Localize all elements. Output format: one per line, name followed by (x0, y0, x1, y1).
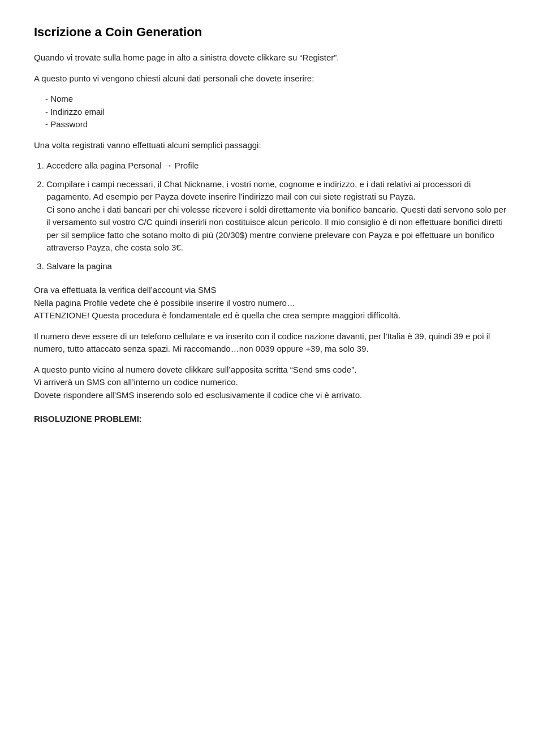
step-3: Salvare la pagina (46, 260, 509, 273)
step-3-text: Salvare la pagina (46, 261, 112, 271)
steps-intro: Una volta registrati vanno effettuati al… (34, 139, 509, 152)
sms-section: Ora va effettuata la verifica dell’accou… (34, 284, 509, 322)
sms-code-line1: A questo punto vicino al numero dovete c… (34, 364, 509, 377)
intro-paragraph: Quando vi trovate sulla home page in alt… (34, 51, 509, 64)
sms-line2: Nella pagina Profile vedete che è possib… (34, 297, 509, 310)
sms-code-line2: Vi arriverà un SMS con all’interno un co… (34, 376, 509, 389)
sms-code-line3: Dovete rispondere all’SMS inserendo solo… (34, 389, 509, 402)
sms-line1: Ora va effettuata la verifica dell’accou… (34, 284, 509, 297)
step-2-text: Compilare i campi necessari, il Chat Nic… (46, 179, 471, 202)
page-title: Iscrizione a Coin Generation (34, 23, 509, 41)
bottom-heading: RISOLUZIONE PROBLEMI: (34, 413, 509, 426)
phone-text: Il numero deve essere di un telefono cel… (34, 330, 509, 356)
step-1-text: Accedere alla pagina Personal → Profile (46, 161, 199, 170)
personal-data-nome: - Nome (45, 93, 509, 106)
phone-section: Il numero deve essere di un telefono cel… (34, 330, 509, 356)
sms-line3: ATTENZIONE! Questa procedura è fondament… (34, 309, 509, 322)
step-1: Accedere alla pagina Personal → Profile (46, 159, 509, 172)
bottom-section: RISOLUZIONE PROBLEMI: (34, 413, 509, 426)
personal-data-list: - Nome - Indirizzo email - Password (45, 93, 509, 131)
personal-data-email: - Indirizzo email (45, 106, 509, 119)
steps-list: Accedere alla pagina Personal → Profile … (46, 159, 509, 273)
sms-code-section: A questo punto vicino al numero dovete c… (34, 364, 509, 402)
step-2-continuation: Ci sono anche i dati bancari per chi vol… (46, 205, 506, 253)
step-2: Compilare i campi necessari, il Chat Nic… (46, 178, 509, 254)
personal-data-intro: A questo punto vi vengono chiesti alcuni… (34, 72, 509, 85)
personal-data-password: - Password (45, 118, 509, 131)
